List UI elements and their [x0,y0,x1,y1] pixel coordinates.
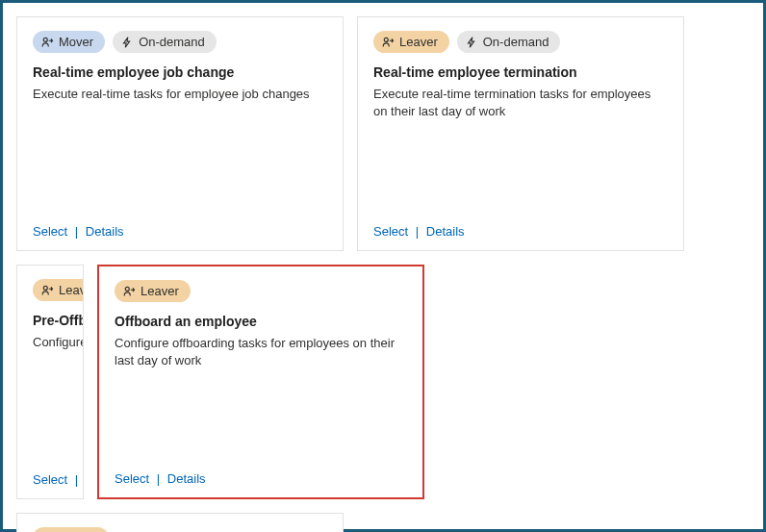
tag-row: Leaver [115,280,407,302]
lightning-icon [120,36,134,49]
card-title: Real-time employee job change [33,64,327,80]
card-grid: Mover On-demand Real-time employee job c… [0,0,766,532]
person-arrow-icon [381,36,395,49]
select-link[interactable]: Select [373,224,408,239]
tag-label: Leaver [399,35,438,49]
tag-label: Leaver [140,284,179,298]
card-title: Real-time employee termination [373,64,668,80]
lightning-icon [465,36,478,49]
card-desc: Configure pre before their la [33,334,67,351]
action-separator: | [416,224,419,239]
card-actions: Select | Details [33,224,327,239]
tag-leaver: Leaver [115,280,191,302]
svg-point-3 [125,287,129,291]
card-actions: Select | Details [33,472,67,487]
select-link[interactable]: Select [33,472,67,487]
card-post-offboarding[interactable]: Leaver Post-Offboarding of an employee C… [16,513,344,532]
svg-point-1 [384,38,388,41]
card-realtime-termination[interactable]: Leaver On-demand Real-time employee term… [357,16,684,251]
tag-label: On-demand [139,35,205,49]
tag-ondemand: On-demand [457,31,561,53]
action-separator: | [75,472,78,487]
card-title: Offboard an employee [115,314,407,329]
card-actions: Select | Details [373,224,668,239]
details-link[interactable]: Details [86,224,124,239]
select-link[interactable]: Select [33,224,67,239]
tag-leaver: Leaver [33,279,84,301]
tag-ondemand: On-demand [113,31,217,53]
tag-leaver: Leaver [373,31,449,53]
card-realtime-job-change[interactable]: Mover On-demand Real-time employee job c… [16,16,344,251]
card-offboard-employee[interactable]: Leaver Offboard an employee Configure of… [97,265,424,499]
action-separator: | [157,471,160,486]
tag-row: Leaver [33,279,67,301]
person-arrow-icon [122,285,136,298]
svg-point-0 [43,38,47,41]
card-desc: Execute real-time termination tasks for … [373,86,668,119]
card-pre-offboard[interactable]: Leaver Pre-Offboard Configure pre before… [16,265,84,499]
tag-row: Leaver On-demand [373,31,668,53]
details-link[interactable]: Details [167,471,206,486]
card-desc: Configure offboarding tasks for employee… [115,335,407,368]
tag-label: On-demand [483,35,549,49]
svg-point-2 [43,286,47,290]
card-desc: Execute real-time tasks for employee job… [33,86,327,103]
action-separator: | [75,224,78,239]
details-link[interactable]: Details [426,224,465,239]
card-title: Pre-Offboard [33,313,67,328]
tag-leaver: Leaver [33,527,109,532]
person-arrow-icon [40,284,54,297]
tag-label: Mover [59,35,93,49]
tag-mover: Mover [33,31,105,53]
select-link[interactable]: Select [115,471,149,486]
tag-label: Leaver [59,283,84,297]
card-actions: Select | Details [115,471,407,486]
tag-row: Mover On-demand [33,31,327,53]
tag-row: Leaver [33,527,327,532]
person-arrow-icon [40,36,54,49]
